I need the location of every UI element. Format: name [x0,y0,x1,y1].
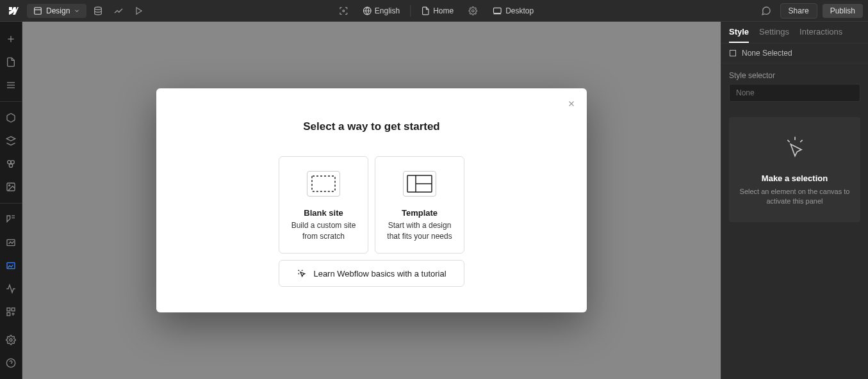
blank-site-card[interactable]: Blank site Build a custom site from scra… [279,156,368,254]
blank-site-desc: Build a custom site from scratch [287,220,360,242]
topbar-center: English Home Desktop [334,2,534,20]
template-desc: Start with a design that fits your needs [383,220,456,242]
empty-state: Make a selection Select an element on th… [729,117,860,222]
svg-marker-3 [136,7,142,14]
svg-point-17 [11,161,14,164]
svg-point-16 [8,161,11,164]
components-icon[interactable] [0,107,22,129]
empty-desc: Select an element on the canvas to activ… [739,187,850,207]
tutorial-button[interactable]: Learn Webflow basics with a tutorial [279,260,464,287]
share-button[interactable]: Share [780,3,817,19]
pages-icon[interactable] [0,51,22,73]
tutorial-label: Learn Webflow basics with a tutorial [313,269,446,278]
selection-row: None Selected [721,43,868,63]
variables-icon[interactable] [0,130,22,152]
svg-point-30 [10,339,12,341]
svg-line-42 [787,140,789,142]
cursor-click-icon [297,268,307,278]
help-icon[interactable] [0,352,22,374]
users-icon[interactable] [0,255,22,277]
svg-point-18 [9,164,12,167]
analytics-icon[interactable] [110,2,127,20]
apps-icon[interactable] [0,301,22,323]
svg-rect-26 [12,308,15,311]
template-icon [403,171,436,197]
option-row: Blank site Build a custom site from scra… [182,156,561,254]
svg-rect-25 [7,308,10,311]
webflow-logo[interactable] [5,3,20,19]
topbar: Design English Home Desktop [0,0,868,22]
preview-icon[interactable] [130,2,148,20]
topbar-left: Design [5,2,148,20]
panel-tabs: Style Settings Interactions [721,22,868,43]
modal-overlay: Select a way to get started Blank site B… [22,22,721,379]
svg-rect-8 [493,8,501,13]
svg-line-41 [800,140,802,142]
cms-icon[interactable] [89,2,107,20]
main-area: Select a way to get started Blank site B… [0,22,868,379]
page-icon [421,6,430,15]
language-label: English [375,6,400,15]
tab-style[interactable]: Style [729,27,749,43]
close-button[interactable] [565,97,578,110]
svg-rect-0 [35,7,42,14]
separator [0,101,22,102]
design-mode-label: Design [46,6,70,15]
svg-point-7 [471,10,474,12]
svg-rect-39 [730,51,736,56]
separator [0,203,22,204]
comments-icon[interactable] [757,2,775,20]
svg-marker-15 [6,136,15,141]
add-element-icon[interactable] [0,28,22,50]
blank-site-icon [307,171,340,197]
onboarding-modal: Select a way to get started Blank site B… [156,88,587,313]
chevron-down-icon [74,8,80,14]
selector-label: Style selector [729,71,860,80]
divider [410,5,411,17]
home-page-selector[interactable]: Home [421,6,454,15]
empty-title: Make a selection [739,173,850,183]
layout-icon [33,6,42,15]
topbar-right: Share Publish [757,2,863,20]
template-card[interactable]: Template Start with a design that fits y… [375,156,464,254]
navigator-icon[interactable] [0,74,22,96]
canvas[interactable]: Select a way to get started Blank site B… [22,22,721,379]
cms-panel-icon[interactable] [0,209,22,230]
settings-icon[interactable] [0,329,22,351]
viewport-selector[interactable]: Desktop [492,6,534,15]
square-icon [729,49,737,57]
publish-button[interactable]: Publish [823,4,863,18]
blank-site-title: Blank site [287,208,360,218]
close-icon [567,99,576,108]
left-sidebar [0,22,22,379]
right-panel: Style Settings Interactions None Selecte… [721,22,868,379]
svg-point-4 [342,10,344,12]
svg-point-20 [9,185,10,186]
svg-rect-35 [312,176,335,191]
selector-section: Style selector [721,63,868,109]
style-selector-input[interactable] [729,84,860,102]
viewport-label: Desktop [505,6,534,15]
template-title: Template [383,208,456,218]
globe-icon [363,6,372,15]
style-manager-icon[interactable] [0,153,22,175]
home-label: Home [433,6,454,15]
tab-settings[interactable]: Settings [759,27,789,43]
language-selector[interactable]: English [363,6,400,15]
logic-icon[interactable] [0,278,22,300]
tab-interactions[interactable]: Interactions [799,27,842,43]
modal-title: Select a way to get started [182,120,561,133]
cursor-icon [779,133,811,165]
none-selected-label: None Selected [742,49,792,58]
desktop-icon [492,6,502,15]
svg-rect-27 [7,312,10,316]
ecommerce-icon[interactable] [0,232,22,254]
page-settings-icon[interactable] [464,2,482,20]
svg-point-2 [95,7,102,10]
design-mode-button[interactable]: Design [27,4,86,18]
focus-icon[interactable] [334,2,352,20]
assets-icon[interactable] [0,176,22,198]
